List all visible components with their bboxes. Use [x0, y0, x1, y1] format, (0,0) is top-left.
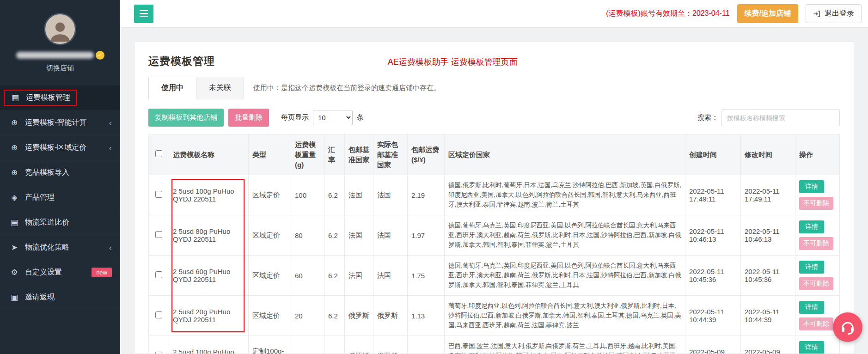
cannot-delete-button[interactable]: 不可删除 — [799, 237, 833, 250]
actual-free-ship-base-country-cell: 法国 — [373, 215, 408, 256]
menu-toggle-button[interactable] — [134, 5, 153, 23]
column-header: 运费模板名称 — [169, 134, 249, 175]
sidebar-item-label: 邀请返现 — [25, 293, 55, 302]
actions-cell: 详情不可删除 — [795, 175, 840, 215]
tabs: 使用中未关联 — [148, 77, 244, 99]
customer-service-button[interactable] — [833, 312, 862, 342]
search-input[interactable] — [721, 109, 840, 126]
copy-template-button[interactable]: 复制模板到其他店铺 — [148, 109, 224, 127]
annotation-box-sidebar-item: ▦运费模板管理 — [4, 90, 77, 106]
column-header: 修改时间 — [741, 134, 795, 175]
sidebar: ✓ 切换店铺 ▦运费模板管理⊕运费模板-智能计算‹⊕运费模板-区域定价‹⊕竞品模… — [0, 0, 120, 354]
sidebar-item-运费模板管理[interactable]: ▦运费模板管理 — [0, 85, 120, 110]
tab-未关联[interactable]: 未关联 — [196, 77, 244, 99]
renew-add-shop-button[interactable]: 续费/追加店铺 — [737, 4, 798, 23]
profile-section: ✓ 切换店铺 — [0, 0, 120, 79]
row-checkbox[interactable] — [155, 231, 162, 238]
countries-cell: 德国,葡萄牙,乌克兰,英国,印度尼西亚,美国,以色列,阿拉伯联合酋长国,意大利,… — [445, 256, 685, 296]
row-checkbox[interactable] — [155, 271, 162, 278]
table-header: 运费模板名称类型运费模板重量(g)汇率包邮基准国家实际包邮基准国家包邮运费($/… — [149, 134, 840, 175]
per-page-select[interactable]: 10 — [313, 110, 353, 125]
chevron-left-icon: ‹ — [109, 243, 112, 252]
type-cell: 区域定价 — [249, 215, 291, 256]
per-page-unit: 条 — [357, 113, 364, 122]
sidebar-item-label: 竞品模板导入 — [25, 168, 69, 177]
sidebar-item-物流优化策略[interactable]: ➤物流优化策略‹ — [0, 235, 120, 260]
row-checkbox-cell — [149, 256, 169, 296]
weight-cell: 100 — [291, 336, 324, 354]
avatar-person-icon — [47, 17, 73, 44]
detail-button[interactable]: 详情 — [799, 301, 824, 314]
globe-icon: ⊕ — [9, 118, 19, 128]
modified-time-cell: 2022-05-11 10:45:36 — [741, 256, 795, 296]
rate-cell: 6.2 — [324, 336, 345, 354]
sidebar-item-运费模板-智能计算[interactable]: ⊕运费模板-智能计算‹ — [0, 110, 120, 135]
sidebar-item-自定义设置[interactable]: ⚙自定义设置new — [0, 260, 120, 285]
cannot-delete-button[interactable]: 不可删除 — [799, 277, 833, 290]
product-icon: ◈ — [9, 193, 19, 202]
switch-shop-link[interactable]: 切换店铺 — [0, 64, 120, 73]
countries-cell: 德国,葡萄牙,乌克兰,英国,印度尼西亚,美国,以色列,阿拉伯联合酋长国,意大利,… — [445, 215, 685, 256]
actual-free-ship-base-country-cell: 俄罗斯 — [373, 296, 408, 336]
table-row: 2 5usd 60g PuHuo QYDJ 220511区域定价606.2法国法… — [149, 256, 840, 296]
row-checkbox[interactable] — [155, 311, 162, 318]
sidebar-item-label: 运费模板-区域定价 — [25, 143, 86, 153]
per-page-control: 每页显示 10 条 — [281, 110, 364, 125]
batch-delete-button[interactable]: 批量删除 — [228, 109, 269, 127]
tab-使用中[interactable]: 使用中 — [148, 77, 196, 99]
chevron-left-icon: ‹ — [109, 118, 112, 127]
column-header: 创建时间 — [685, 134, 741, 175]
avatar[interactable] — [44, 13, 76, 45]
free-ship-base-country-cell: 俄罗斯 — [345, 296, 373, 336]
actions-cell: 详情不可删除 — [795, 256, 840, 296]
sidebar-item-label: 运费模板-智能计算 — [25, 118, 86, 128]
weight-cell: 100 — [291, 175, 324, 215]
row-checkbox[interactable] — [155, 352, 162, 354]
headset-icon — [839, 319, 856, 336]
actions-cell: 详情不可删除 — [795, 215, 840, 256]
column-header: 类型 — [249, 134, 291, 175]
template-name-cell: 2 5usd 20g PuHuo QYDJ 220511 — [169, 296, 249, 336]
sidebar-item-产品管理[interactable]: ◈产品管理 — [0, 185, 120, 210]
column-header: 操作 — [795, 134, 840, 175]
logout-icon — [813, 10, 820, 18]
row-checkbox[interactable] — [155, 191, 162, 198]
created-time-cell: 2022-05-11 10:46:13 — [685, 215, 741, 256]
cannot-delete-button[interactable]: 不可删除 — [799, 317, 833, 330]
actual-free-ship-base-country-cell: 法国 — [373, 256, 408, 296]
logout-button[interactable]: 退出登录 — [806, 4, 862, 23]
content-area: 运费模板管理 AE运费模板助手 运费模板管理页面 使用中未关联 使用中：是指这个… — [120, 28, 868, 354]
countries-cell: 葡萄牙,印度尼西亚,以色列,阿拉伯联合酋长国,意大利,澳大利亚,俄罗斯,比利时,… — [445, 296, 685, 336]
template-table-body: 2 5usd 100g PuHuo QYDJ 220511区域定价1006.2法… — [149, 175, 840, 354]
template-table: 运费模板名称类型运费模板重量(g)汇率包邮基准国家实际包邮基准国家包邮运费($/… — [148, 134, 840, 354]
select-all-checkbox[interactable] — [155, 150, 162, 157]
countries-cell: 德国,俄罗斯,比利时,葡萄牙,日本,法国,乌克兰,沙特阿拉伯,巴西,新加坡,英国… — [445, 175, 685, 215]
logout-label: 退出登录 — [825, 9, 854, 18]
row-checkbox-cell — [149, 175, 169, 215]
blurred-username — [16, 52, 94, 59]
topbar: (运费模板)账号有效期至：2023-04-11 续费/追加店铺 退出登录 — [120, 0, 868, 28]
detail-button[interactable]: 详情 — [799, 341, 824, 354]
free-ship-fee-cell: 2.19 — [408, 175, 445, 215]
verified-badge-icon: ✓ — [96, 51, 104, 60]
sidebar-item-竞品模板导入[interactable]: ⊕竞品模板导入 — [0, 160, 120, 185]
sidebar-item-inner: ▣邀请返现 — [9, 293, 55, 302]
sidebar-item-物流渠道比价[interactable]: ▤物流渠道比价 — [0, 210, 120, 235]
detail-button[interactable]: 详情 — [799, 261, 824, 274]
template-name-cell: 2 5usd 60g PuHuo QYDJ 220511 — [169, 256, 249, 296]
actual-free-ship-base-country-cell: 俄罗斯 — [373, 336, 408, 354]
weight-cell: 20 — [291, 296, 324, 336]
detail-button[interactable]: 详情 — [799, 220, 824, 233]
sidebar-item-运费模板-区域定价[interactable]: ⊕运费模板-区域定价‹ — [0, 135, 120, 160]
topbar-right: (运费模板)账号有效期至：2023-04-11 续费/追加店铺 退出登录 — [606, 4, 862, 23]
sidebar-item-label: 产品管理 — [25, 193, 55, 202]
column-header: 运费模板重量(g) — [291, 134, 324, 175]
detail-button[interactable]: 详情 — [799, 180, 824, 193]
sidebar-item-邀请返现[interactable]: ▣邀请返现 — [0, 285, 120, 310]
cannot-delete-button[interactable]: 不可删除 — [799, 197, 833, 210]
rate-cell: 6.2 — [324, 256, 345, 296]
template-name-cell: 2 5usd 100g PuHuo diy100 test — [169, 336, 249, 354]
rate-cell: 6.2 — [324, 175, 345, 215]
row-checkbox-cell — [149, 336, 169, 354]
modified-time-cell: 2022-05-11 10:44:39 — [741, 296, 795, 336]
